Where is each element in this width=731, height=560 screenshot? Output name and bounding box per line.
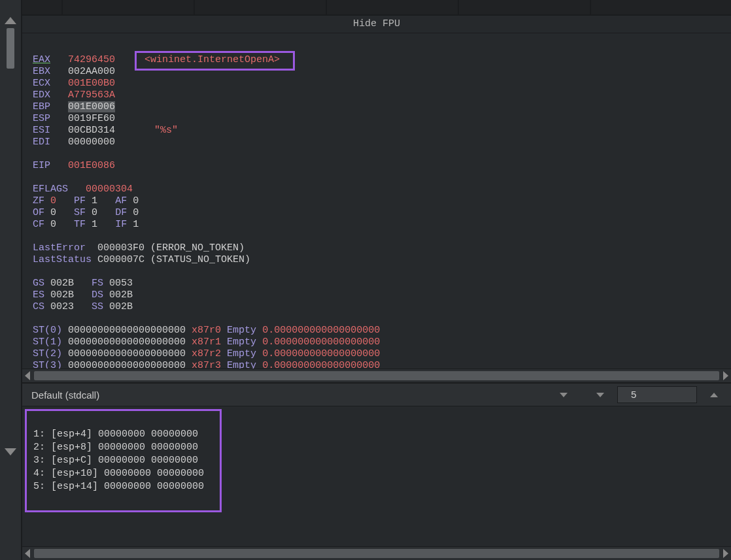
reg-label-esi[interactable]: ESI <box>33 125 50 136</box>
flag-of[interactable]: OF <box>33 207 44 218</box>
fpu-st0-raw[interactable]: 00000000000000000000 <box>68 325 186 336</box>
laststatus-value[interactable]: C000007C <box>97 254 144 265</box>
reg-value-edx[interactable]: A779563A <box>68 90 115 101</box>
flag-sf-val[interactable]: 0 <box>92 207 97 218</box>
flag-cf[interactable]: CF <box>33 219 44 230</box>
scroll-track[interactable] <box>34 371 719 380</box>
arg-row[interactable]: 4: [esp+10] 00000000 00000000 <box>33 468 204 479</box>
eflags-value[interactable]: 00000304 <box>86 184 133 195</box>
seg-es-val[interactable]: 002B <box>50 289 74 301</box>
fpu-st3-val: 0.000000000000000000 <box>262 360 380 369</box>
fpu-st2-val: 0.000000000000000000 <box>262 348 380 359</box>
flag-pf[interactable]: PF <box>74 195 86 206</box>
args-header: Default (stdcall) 5 <box>22 382 731 406</box>
seg-gs-val[interactable]: 002B <box>50 278 74 289</box>
eflags-label[interactable]: EFLAGS <box>33 184 68 195</box>
scroll-left-icon[interactable] <box>25 549 30 558</box>
fpu-st1-val: 0.000000000000000000 <box>262 337 380 348</box>
reg-label-esp[interactable]: ESP <box>33 113 50 124</box>
arg-row[interactable]: 1: [esp+4] 00000000 00000000 <box>33 429 198 440</box>
reg-label-ebp[interactable]: EBP <box>33 101 50 112</box>
reg-value-esi[interactable]: 00CBD314 <box>68 125 115 136</box>
flag-df[interactable]: DF <box>115 207 127 218</box>
fpu-st3-state: Empty <box>227 360 256 369</box>
flag-zf-val[interactable]: 0 <box>50 195 56 206</box>
laststatus-label[interactable]: LastStatus <box>33 254 92 265</box>
seg-cs-val[interactable]: 0023 <box>50 301 74 312</box>
fpu-st0-val: 0.000000000000000000 <box>262 325 380 336</box>
flag-of-val[interactable]: 0 <box>50 207 56 218</box>
reg-label-ebx[interactable]: EBX <box>33 66 50 77</box>
flag-tf[interactable]: TF <box>74 219 86 230</box>
flag-zf[interactable]: ZF <box>33 195 44 206</box>
scroll-down-icon[interactable] <box>5 448 16 455</box>
lasterror-text: (ERROR_NO_TOKEN) <box>150 242 245 254</box>
fpu-st2[interactable]: ST(2) <box>33 348 62 359</box>
seg-ss-val[interactable]: 002B <box>109 301 133 312</box>
reg-value-edi[interactable]: 00000000 <box>68 137 115 148</box>
flag-df-val[interactable]: 0 <box>133 207 139 218</box>
fpu-st2-tag: x87r2 <box>192 348 221 359</box>
flag-sf[interactable]: SF <box>74 207 86 218</box>
reg-label-edx[interactable]: EDX <box>33 90 50 101</box>
fpu-st2-state: Empty <box>227 348 256 359</box>
arg-count-input[interactable]: 5 <box>617 386 697 403</box>
seg-ds[interactable]: DS <box>92 289 103 301</box>
registers-pane: EAX 74296450<wininet.InternetOpenA> EBX … <box>22 33 731 369</box>
scroll-right-icon[interactable] <box>723 549 728 558</box>
calling-convention-dropdown[interactable]: Default (stdcall) <box>22 389 552 401</box>
reg-value-ebp[interactable]: 001E0006 <box>68 101 115 112</box>
lasterror-label[interactable]: LastError <box>33 242 86 254</box>
reg-value-eip[interactable]: 001E0086 <box>68 160 115 171</box>
seg-cs[interactable]: CS <box>33 301 44 312</box>
symbol-highlight: <wininet.InternetOpenA> <box>135 51 295 71</box>
chevron-up-icon[interactable] <box>710 393 718 397</box>
reg-value-ebx[interactable]: 002AA000 <box>68 66 115 77</box>
seg-es[interactable]: ES <box>33 289 44 301</box>
flag-if-val[interactable]: 1 <box>133 219 139 230</box>
reg-label-eip[interactable]: EIP <box>33 160 50 171</box>
fpu-st1-state: Empty <box>227 337 256 348</box>
seg-fs-val[interactable]: 0053 <box>109 278 133 289</box>
fpu-st0-tag: x87r0 <box>192 325 221 336</box>
scroll-left-icon[interactable] <box>25 371 30 380</box>
reg-value-esp[interactable]: 0019FE60 <box>68 113 115 124</box>
lasterror-value[interactable]: 000003F0 <box>97 242 144 254</box>
fpu-st0[interactable]: ST(0) <box>33 325 62 336</box>
seg-ds-val[interactable]: 002B <box>109 289 133 301</box>
lock-down-icon[interactable] <box>596 393 604 397</box>
reg-label-ecx[interactable]: ECX <box>33 78 50 89</box>
reg-label-eax[interactable]: EAX <box>33 54 50 65</box>
reg-value-ecx[interactable]: 001E00B0 <box>68 78 115 89</box>
flag-af-val[interactable]: 0 <box>133 195 139 206</box>
flag-cf-val[interactable]: 0 <box>50 219 56 230</box>
fpu-st1[interactable]: ST(1) <box>33 337 62 348</box>
flag-tf-val[interactable]: 1 <box>92 219 97 230</box>
scroll-track[interactable] <box>34 549 719 558</box>
arg-row[interactable]: 2: [esp+8] 00000000 00000000 <box>33 442 198 453</box>
fpu-st1-raw[interactable]: 00000000000000000000 <box>68 337 186 348</box>
arg-row[interactable]: 3: [esp+C] 00000000 00000000 <box>33 455 198 466</box>
scroll-up-icon[interactable] <box>5 17 16 24</box>
registers-hscrollbar[interactable] <box>22 369 731 382</box>
hide-fpu-toggle[interactable]: Hide FPU <box>22 16 731 33</box>
seg-fs[interactable]: FS <box>92 278 103 289</box>
scroll-thumb[interactable] <box>7 28 14 69</box>
fpu-st1-tag: x87r1 <box>192 337 221 348</box>
chevron-down-icon[interactable] <box>560 393 568 397</box>
fpu-st3-raw[interactable]: 00000000000000000000 <box>68 360 186 369</box>
fpu-st3[interactable]: ST(3) <box>33 360 62 369</box>
flag-af[interactable]: AF <box>115 195 127 206</box>
fpu-st2-raw[interactable]: 00000000000000000000 <box>68 348 186 359</box>
scroll-right-icon[interactable] <box>723 371 728 380</box>
left-scroll-rail <box>0 0 22 560</box>
flag-if[interactable]: IF <box>115 219 127 230</box>
args-hscrollbar[interactable] <box>22 546 731 560</box>
reg-label-edi[interactable]: EDI <box>33 137 50 148</box>
flag-pf-val[interactable]: 1 <box>92 195 97 206</box>
arg-row[interactable]: 5: [esp+14] 00000000 00000000 <box>33 481 204 492</box>
laststatus-text: (STATUS_NO_TOKEN) <box>150 254 250 265</box>
seg-ss[interactable]: SS <box>92 301 103 312</box>
seg-gs[interactable]: GS <box>33 278 44 289</box>
reg-value-eax[interactable]: 74296450 <box>68 54 115 65</box>
